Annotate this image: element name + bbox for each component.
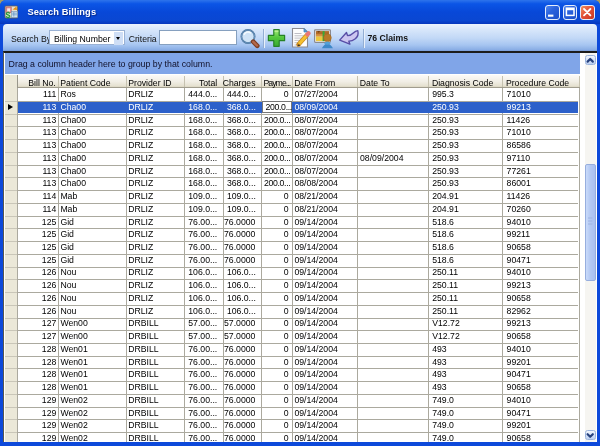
svg-text:$: $ [6, 10, 11, 19]
